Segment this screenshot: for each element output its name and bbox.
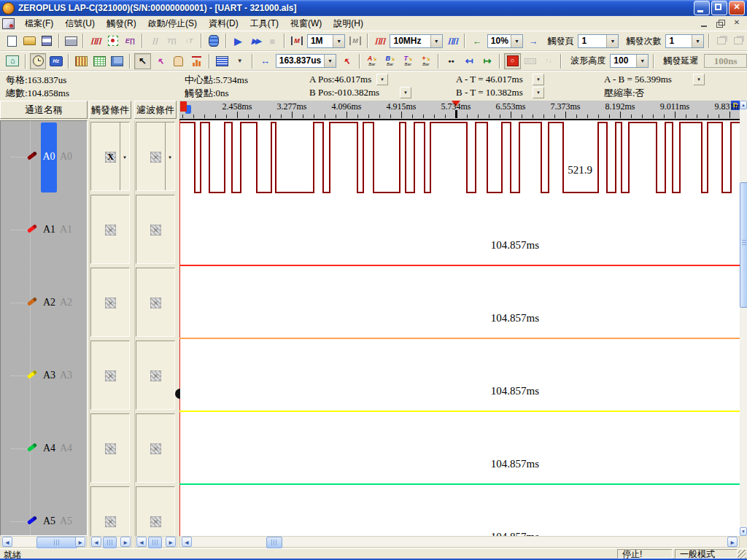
maximize-button[interactable] [711, 1, 727, 15]
mdi-minimize-button[interactable] [697, 18, 712, 30]
trigger-count-select[interactable]: 1 [665, 34, 703, 48]
minimize-button[interactable] [694, 1, 710, 15]
menu-item-2[interactable]: 觸發(R) [101, 17, 142, 30]
refresh-button[interactable] [504, 53, 521, 69]
menu-item-3[interactable]: 啟動/停止(S) [142, 17, 203, 30]
hscroll-thumb[interactable] [103, 537, 117, 548]
listing-view-button[interactable] [91, 53, 108, 69]
menu-item-7[interactable]: 說明(H) [328, 17, 369, 30]
filter-cell-A3[interactable] [136, 341, 175, 410]
hscroll-thumb[interactable] [266, 537, 282, 548]
home-button[interactable] [4, 53, 21, 69]
a-minus-b-dropdown[interactable] [693, 74, 705, 85]
waveform-hscrollbar[interactable]: ◀ ▶ [179, 536, 740, 548]
wave-height-select[interactable]: 100 [610, 54, 649, 68]
compression-button[interactable] [206, 33, 222, 49]
filter-cell-A4[interactable] [136, 413, 175, 483]
scroll-left-button[interactable]: ◀ [91, 537, 101, 547]
b-minus-t-dropdown[interactable] [533, 87, 544, 98]
goto-trigger-icon[interactable] [525, 33, 541, 49]
memory-depth-select[interactable]: 1M [307, 34, 345, 48]
scroll-right-button[interactable]: ▶ [166, 537, 176, 547]
sample-rate-icon[interactable] [372, 33, 388, 49]
hand-tool-button[interactable] [170, 53, 187, 69]
next-edge-button[interactable]: ↦ [479, 53, 496, 69]
vertical-scroll-thumb[interactable] [740, 182, 747, 308]
channel-row-A4[interactable]: A4A4 [1, 413, 88, 486]
menu-item-4[interactable]: 資料(D) [203, 17, 244, 30]
plus-bar-button[interactable]: +Bar [418, 53, 435, 69]
prev-edge-button[interactable]: ↤ [461, 53, 478, 69]
channel-label[interactable]: A5 [43, 516, 55, 527]
condition-dropdown[interactable] [121, 153, 128, 162]
mdi-close-button[interactable] [729, 18, 744, 30]
scroll-right-button[interactable]: ▶ [75, 537, 85, 547]
splitter-grip[interactable] [175, 389, 180, 399]
filter-cell-A5[interactable] [136, 486, 175, 536]
sample-rate-select-dropdown[interactable] [430, 35, 442, 47]
time-display-button[interactable] [30, 53, 47, 69]
condition-dropdown[interactable] [166, 153, 174, 162]
find-button[interactable] [443, 53, 460, 69]
trigger-count-select-dropdown[interactable] [692, 35, 703, 47]
channel-label[interactable]: A2 [43, 297, 55, 308]
filter-cell-A0[interactable] [136, 122, 175, 191]
new-file-button[interactable] [4, 33, 20, 49]
filter-cell-A2[interactable] [136, 268, 175, 337]
external-clock-icon[interactable] [445, 33, 461, 49]
trigger-page-select-dropdown[interactable] [606, 35, 618, 47]
waveform-area[interactable]: 521.9104.857ms104.857ms104.857ms104.857m… [179, 120, 740, 536]
vertical-scrollbar[interactable]: ▲ ▼ [740, 101, 747, 536]
trigger-cell-A2[interactable] [90, 268, 130, 337]
run-button[interactable]: ▶ [231, 33, 247, 49]
hscroll-thumb[interactable] [148, 537, 162, 548]
trigger-page-select[interactable]: 1 [578, 34, 619, 48]
trigger-position-select[interactable]: 10% [487, 34, 523, 48]
channel-label[interactable]: A1 [43, 224, 55, 236]
statistics-button[interactable] [188, 53, 205, 69]
channel-label[interactable]: A4 [43, 443, 55, 454]
open-file-button[interactable] [22, 33, 38, 49]
menu-item-6[interactable]: 視窗(W) [285, 17, 328, 30]
filter-pane-hscrollbar[interactable]: ◀ ▶ [135, 536, 177, 548]
channel-label[interactable]: A3 [43, 370, 55, 381]
filter-cell-A1[interactable] [136, 195, 175, 264]
pointer-tool-button[interactable]: ↖ [134, 53, 151, 69]
menu-item-5[interactable]: 工具(T) [244, 17, 285, 30]
waveform-view-button[interactable] [73, 53, 90, 69]
trigger-cell-A4[interactable] [90, 413, 130, 483]
scroll-left-button[interactable]: ◀ [136, 537, 147, 547]
repeat-run-button[interactable] [247, 33, 263, 49]
resize-grip[interactable] [738, 550, 746, 559]
scroll-left-button[interactable]: ◀ [2, 537, 12, 547]
document-icon[interactable] [2, 18, 15, 29]
channel-row-A2[interactable]: A2A2 [1, 267, 88, 340]
trigger-cell-A5[interactable] [90, 486, 130, 536]
channel-row-A5[interactable]: A5A5 [1, 486, 88, 536]
trigger-position-select-dropdown[interactable] [511, 35, 522, 47]
bus-trigger-button[interactable] [123, 33, 139, 49]
menu-item-1[interactable]: 信號(U) [59, 17, 101, 30]
trigger-cursor-button[interactable] [338, 53, 355, 69]
scroll-right-button[interactable]: ▶ [120, 537, 131, 547]
trigger-cell-A0[interactable]: X [90, 122, 130, 191]
sample-rate-select[interactable]: 10MHz [390, 34, 442, 48]
channel-row-A3[interactable]: A3A3 [1, 340, 88, 413]
scroll-right-button[interactable]: ▶ [727, 537, 738, 547]
zoom-select[interactable]: 163.837us [276, 54, 336, 68]
time-ruler[interactable]: D 2.458ms3.277ms4.096ms4.915ms5.734ms6.5… [179, 101, 740, 120]
a-minus-t-dropdown[interactable] [533, 74, 544, 85]
trigger-pane-hscrollbar[interactable]: ◀ ▶ [90, 536, 132, 548]
memory-depth-icon[interactable] [289, 33, 305, 49]
channel-pane-hscrollbar[interactable]: ◀ ▶ [1, 536, 87, 548]
t-bar-button[interactable]: TBar [400, 53, 417, 69]
print-button[interactable] [63, 33, 80, 49]
a-bar-button[interactable]: ABar [364, 53, 381, 69]
save-file-button[interactable] [39, 33, 55, 49]
sampling-setup-button[interactable] [88, 33, 104, 49]
b-bar-button[interactable]: BBar [382, 53, 398, 69]
trigger-cell-A1[interactable] [90, 195, 130, 264]
start-marker-icon[interactable] [180, 101, 192, 114]
scroll-up-button[interactable]: ▲ [740, 101, 747, 109]
trigger-mark-button[interactable] [105, 33, 121, 49]
